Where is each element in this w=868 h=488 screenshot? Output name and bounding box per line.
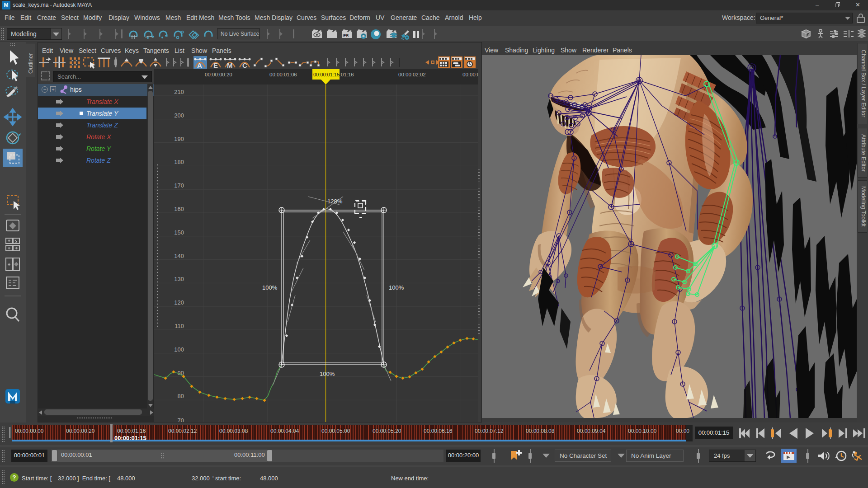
svg-text:110: 110 <box>175 323 184 329</box>
svg-text:M: M <box>227 61 233 69</box>
svg-text:00:00:02:02: 00:00:02:02 <box>398 72 426 77</box>
svg-text:00:00:00:20: 00:00:00:20 <box>205 72 232 77</box>
svg-text:90: 90 <box>178 370 184 376</box>
svg-text:200: 200 <box>174 112 184 119</box>
svg-text:150: 150 <box>174 229 184 236</box>
svg-text:100%: 100% <box>262 284 278 291</box>
svg-text:160: 160 <box>174 206 184 212</box>
svg-text:A: A <box>197 61 202 69</box>
svg-text:00:00:01:15: 00:00:01:15 <box>313 72 340 77</box>
svg-text:100: 100 <box>174 346 184 353</box>
svg-text:210: 210 <box>174 89 184 95</box>
svg-text:120: 120 <box>174 299 184 306</box>
svg-text:00:00:01:06: 00:00:01:06 <box>269 72 297 77</box>
svg-text:100%: 100% <box>320 371 335 377</box>
svg-text:100%: 100% <box>389 284 404 291</box>
svg-text:70: 70 <box>178 417 184 422</box>
svg-text:180: 180 <box>174 159 184 165</box>
svg-text:80: 80 <box>178 393 184 399</box>
svg-text:130: 130 <box>174 276 184 282</box>
svg-text:00:00:0: 00:00:0 <box>462 72 478 77</box>
svg-text:190: 190 <box>174 136 184 142</box>
svg-text:E: E <box>213 61 218 69</box>
svg-text:140: 140 <box>174 253 184 259</box>
svg-text:128%: 128% <box>327 198 343 205</box>
svg-text:C: C <box>242 61 247 69</box>
svg-text:IPR: IPR <box>343 33 349 38</box>
svg-text:170: 170 <box>174 182 184 189</box>
